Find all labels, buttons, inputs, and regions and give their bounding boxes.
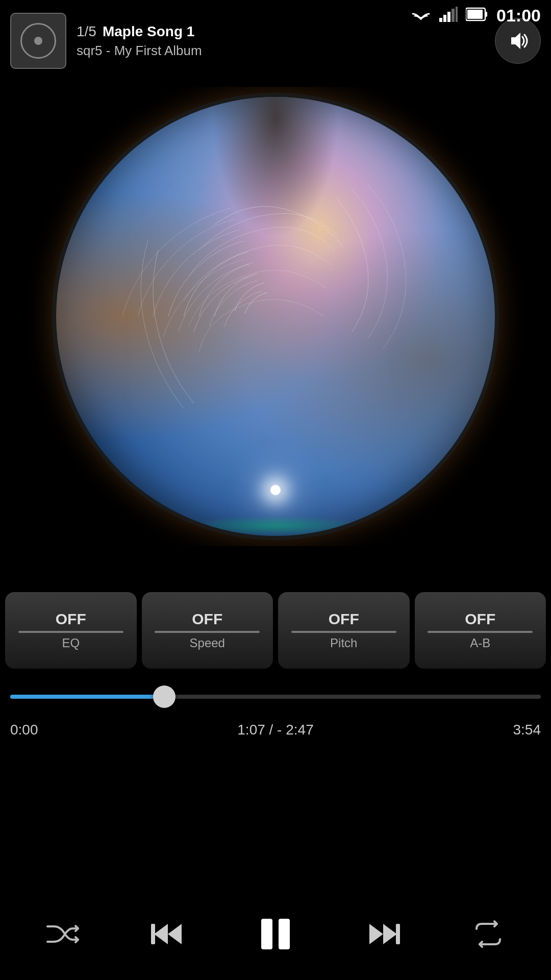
pitch-label: Pitch bbox=[330, 636, 357, 650]
svg-marker-14 bbox=[383, 924, 397, 944]
eq-button[interactable]: OFF EQ bbox=[5, 592, 137, 669]
speed-label: Speed bbox=[190, 636, 225, 650]
status-icons: 01:00 bbox=[411, 6, 541, 26]
pause-button[interactable] bbox=[255, 914, 296, 954]
pitch-bar bbox=[291, 631, 396, 633]
svg-rect-11 bbox=[261, 919, 272, 949]
ab-bar bbox=[428, 631, 533, 633]
time-right: 3:54 bbox=[513, 722, 541, 738]
svg-rect-12 bbox=[279, 919, 290, 949]
progress-area[interactable] bbox=[0, 674, 551, 715]
progress-fill bbox=[10, 695, 164, 699]
svg-rect-10 bbox=[151, 924, 155, 944]
progress-track[interactable] bbox=[10, 695, 541, 699]
time-left: 0:00 bbox=[10, 722, 38, 738]
eq-status: OFF bbox=[56, 610, 86, 628]
svg-rect-1 bbox=[443, 15, 446, 22]
svg-rect-15 bbox=[396, 924, 400, 944]
status-bar: 01:00 bbox=[0, 0, 551, 31]
svg-rect-2 bbox=[447, 12, 450, 22]
svg-rect-4 bbox=[456, 7, 458, 22]
album-image-area bbox=[0, 87, 551, 546]
album-art-dot bbox=[34, 37, 42, 45]
speed-bar bbox=[155, 631, 260, 633]
shuffle-button[interactable] bbox=[45, 919, 81, 949]
svg-rect-3 bbox=[452, 9, 455, 22]
speed-button[interactable]: OFF Speed bbox=[142, 592, 273, 669]
progress-thumb[interactable] bbox=[153, 685, 176, 708]
ab-label: A-B bbox=[470, 636, 490, 650]
eq-label: EQ bbox=[62, 636, 80, 650]
time-center: 1:07 / - 2:47 bbox=[237, 722, 313, 738]
time-row: 0:00 1:07 / - 2:47 3:54 bbox=[0, 715, 551, 745]
wifi-icon bbox=[411, 7, 431, 24]
track-artist-album: sqr5 - My First Album bbox=[77, 43, 495, 59]
effect-buttons: OFF EQ OFF Speed OFF Pitch OFF A-B bbox=[0, 582, 551, 674]
pause-icon bbox=[255, 914, 296, 954]
volume-icon bbox=[506, 31, 530, 51]
shuffle-icon bbox=[45, 919, 81, 949]
svg-marker-13 bbox=[369, 924, 383, 944]
controls-area: OFF EQ OFF Speed OFF Pitch OFF A-B 0:00 … bbox=[0, 582, 551, 980]
pitch-button[interactable]: OFF Pitch bbox=[278, 592, 410, 669]
svg-rect-7 bbox=[467, 10, 483, 19]
battery-icon bbox=[466, 7, 488, 23]
svg-marker-8 bbox=[154, 924, 168, 944]
repeat-icon bbox=[470, 919, 506, 949]
signal-icon bbox=[439, 7, 458, 24]
svg-rect-0 bbox=[439, 18, 442, 22]
ab-status: OFF bbox=[465, 610, 495, 628]
fisheye-circle bbox=[56, 97, 495, 536]
pitch-status: OFF bbox=[329, 610, 359, 628]
light-flare bbox=[270, 485, 281, 495]
ab-button[interactable]: OFF A-B bbox=[415, 592, 546, 669]
svg-rect-6 bbox=[485, 12, 487, 17]
fastforward-icon bbox=[365, 919, 401, 949]
repeat-button[interactable] bbox=[470, 919, 506, 949]
eq-bar bbox=[18, 631, 123, 633]
status-time: 01:00 bbox=[496, 6, 541, 26]
speed-status: OFF bbox=[192, 610, 222, 628]
rewind-button[interactable] bbox=[150, 919, 186, 949]
playback-controls bbox=[0, 888, 551, 980]
svg-marker-9 bbox=[168, 924, 182, 944]
star-trails bbox=[56, 97, 495, 536]
green-glow bbox=[188, 516, 363, 536]
fastforward-button[interactable] bbox=[365, 919, 401, 949]
rewind-icon bbox=[150, 919, 186, 949]
